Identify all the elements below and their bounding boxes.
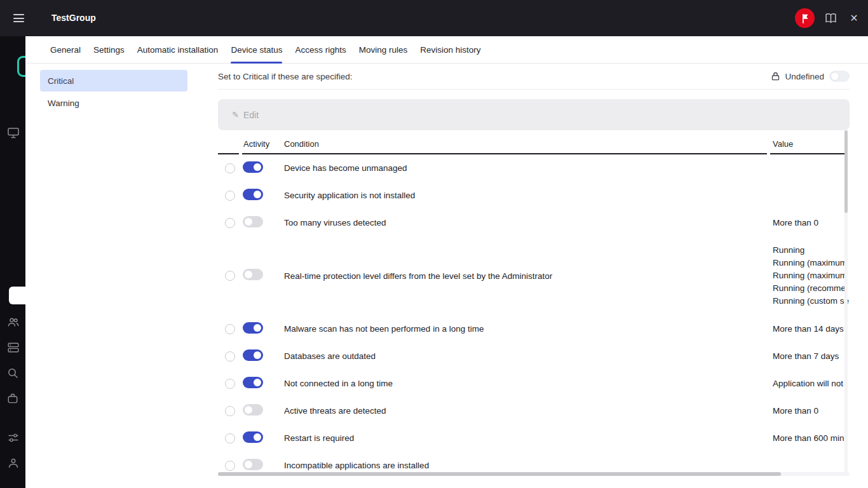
window-title: TestGroup: [51, 0, 96, 36]
book-icon[interactable]: [824, 13, 837, 24]
value-line: Running (recomme: [773, 282, 850, 295]
app-logo-badge: [17, 56, 25, 77]
vertical-scrollbar-thumb[interactable]: [844, 130, 848, 213]
activity-toggle[interactable]: [243, 459, 263, 470]
value-line: Running (custom se: [773, 295, 850, 308]
condition-text: Device has become unmanaged: [284, 163, 771, 173]
table-row: Not connected in a long time Application…: [218, 370, 850, 397]
table-row: Active threats are detected More than 0: [218, 397, 850, 424]
row-radio[interactable]: [225, 324, 235, 334]
activity-toggle[interactable]: [243, 404, 263, 416]
column-header-activity: Activity: [242, 139, 284, 154]
undefined-toggle[interactable]: [829, 71, 850, 82]
row-radio[interactable]: [225, 406, 235, 416]
row-radio[interactable]: [225, 271, 235, 281]
lock-icon: [771, 72, 780, 81]
tab-moving-rules[interactable]: Moving rules: [353, 36, 414, 63]
undefined-label: Undefined: [785, 72, 824, 81]
value-cell: More than 600 min: [771, 433, 850, 443]
activity-toggle[interactable]: [243, 377, 263, 388]
column-header-condition: Condition: [284, 139, 771, 154]
condition-text: Databases are outdated: [284, 351, 771, 361]
condition-text: Restart is required: [284, 433, 771, 443]
table-row: Malware scan has not been performed in a…: [218, 315, 850, 342]
vertical-scrollbar: [844, 130, 848, 473]
users-icon[interactable]: [8, 317, 19, 327]
conditions-table-body: Device has become unmanaged Security app…: [218, 154, 850, 479]
section-header: Set to Critical if these are specified: …: [218, 64, 850, 90]
condition-text: Security application is not installed: [284, 191, 771, 200]
value-line: Running (maximum: [773, 269, 850, 282]
condition-text: Incompatible applications are installed: [284, 461, 771, 470]
pencil-icon: ✎: [232, 110, 239, 119]
row-radio[interactable]: [225, 191, 235, 201]
edit-button[interactable]: ✎ Edit: [232, 110, 259, 120]
row-radio[interactable]: [225, 163, 235, 173]
activity-toggle[interactable]: [243, 431, 263, 443]
condition-text: Too many viruses detected: [284, 218, 771, 227]
edit-button-label: Edit: [243, 110, 259, 120]
activity-toggle[interactable]: [243, 189, 263, 200]
search-icon[interactable]: [8, 368, 18, 379]
value-cell: RunningRunning (maximumRunning (maximumR…: [771, 236, 850, 315]
tab-automatic-installation[interactable]: Automatic installation: [131, 36, 225, 63]
value-cell: More than 7 days: [771, 351, 850, 361]
tab-general[interactable]: General: [44, 36, 87, 63]
condition-text: Active threats are detected: [284, 406, 771, 416]
value-line: Running: [773, 244, 850, 257]
server-stack-icon[interactable]: [8, 342, 19, 353]
kaspersky-logo[interactable]: [795, 8, 815, 28]
activity-toggle[interactable]: [243, 269, 263, 280]
tab-settings[interactable]: Settings: [87, 36, 131, 63]
column-header-value: Value: [771, 139, 850, 154]
status-item-critical[interactable]: Critical: [40, 70, 187, 92]
row-radio[interactable]: [225, 351, 235, 362]
device-status-panel: Set to Critical if these are specified: …: [218, 64, 850, 479]
table-row: Security application is not installed: [218, 182, 850, 209]
tab-bar: GeneralSettingsAutomatic installationDev…: [25, 36, 868, 64]
table-row: Device has become unmanaged: [218, 154, 850, 182]
undefined-control: Undefined: [771, 71, 850, 82]
condition-text: Not connected in a long time: [284, 379, 771, 388]
bag-icon[interactable]: [8, 393, 18, 403]
status-list: CriticalWarning: [40, 70, 187, 114]
close-icon[interactable]: ✕: [847, 0, 861, 36]
tab-revision-history[interactable]: Revision history: [414, 36, 487, 63]
value-line: Running (maximum: [773, 257, 850, 269]
horizontal-scrollbar-thumb[interactable]: [218, 472, 781, 476]
account-icon[interactable]: [8, 458, 19, 468]
horizontal-scrollbar: [218, 472, 850, 476]
table-row: Restart is required More than 600 min: [218, 424, 850, 452]
row-radio[interactable]: [225, 461, 235, 471]
row-radio[interactable]: [225, 433, 235, 444]
status-item-warning[interactable]: Warning: [40, 92, 187, 114]
left-nav-rail: [0, 0, 25, 488]
table-row: Databases are outdated More than 7 days: [218, 342, 850, 370]
condition-text: Malware scan has not been performed in a…: [284, 324, 771, 334]
activity-toggle[interactable]: [243, 161, 263, 173]
activity-toggle[interactable]: [243, 216, 263, 227]
row-radio[interactable]: [225, 218, 235, 228]
active-nav-item[interactable]: [9, 287, 25, 304]
value-cell: Application will not: [771, 379, 850, 388]
row-radio[interactable]: [225, 379, 235, 389]
condition-text: Real-time protection level differs from …: [284, 271, 771, 281]
value-cell: More than 14 days: [771, 324, 850, 334]
window-header: TestGroup ✕: [0, 0, 868, 36]
tab-access-rights[interactable]: Access rights: [288, 36, 352, 63]
activity-toggle[interactable]: [243, 322, 263, 334]
sliders-icon[interactable]: [8, 433, 19, 443]
table-row: Real-time protection level differs from …: [218, 236, 850, 315]
activity-toggle[interactable]: [243, 349, 263, 361]
conditions-table-header: Activity Condition Value: [218, 133, 850, 154]
monitor-icon[interactable]: [8, 128, 19, 139]
section-heading: Set to Critical if these are specified:: [218, 72, 353, 81]
tab-device-status[interactable]: Device status: [224, 36, 288, 63]
value-cell: More than 0: [771, 406, 850, 416]
hamburger-menu-icon[interactable]: [13, 14, 24, 22]
value-cell: More than 0: [771, 218, 850, 227]
table-toolbar: ✎ Edit: [218, 99, 850, 130]
table-row: Too many viruses detected More than 0: [218, 209, 850, 236]
